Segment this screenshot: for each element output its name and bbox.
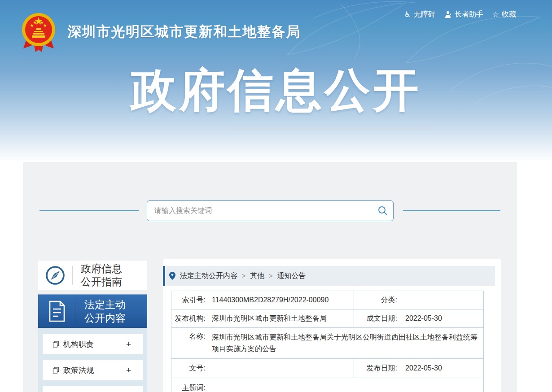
table-row-publisher: 发布机构: 深圳市光明区城市更新和土地整备局 成文日期: 2022-05-30 (171, 309, 483, 328)
site-brand: 深圳市光明区城市更新和土地整备局 (22, 12, 301, 54)
favorite-label: 收藏 (502, 10, 516, 19)
table-row-index: 索引号: 11440300MB2D28279H/2022-00090 分类: (171, 291, 483, 309)
favorite-link[interactable]: ☆ 收藏 (492, 10, 516, 19)
pages-icon (53, 341, 59, 348)
page-header: ♿ 无障碍 长者助手 ☆ 收藏 (0, 0, 552, 162)
search-right-divider (403, 210, 500, 211)
guide-label-line2: 公开指南 (81, 275, 122, 288)
written-date-value: 2022-05-30 (405, 314, 442, 322)
doc-title-label: 名称: (171, 328, 206, 358)
publish-date-label: 发布日期: (354, 364, 397, 373)
star-icon: ☆ (492, 11, 499, 18)
breadcrumb-separator: > (242, 272, 245, 279)
search-left-divider (39, 210, 139, 211)
breadcrumb: 法定主动公开内容 > 其他 > 通知公告 (163, 266, 495, 286)
publisher-label: 发布机构: (171, 314, 206, 323)
index-number-value: 11440300MB2D28279H/2022-00090 (212, 296, 329, 304)
sidebar-submenu: 机构职责 + 政策法规 + (38, 328, 147, 392)
pages-icon (53, 367, 59, 374)
elder-assist-link[interactable]: 长者助手 (444, 10, 483, 19)
location-pin-icon (169, 272, 175, 280)
breadcrumb-item-statutory[interactable]: 法定主动公开内容 (180, 271, 237, 281)
index-number-label: 索引号: (171, 296, 206, 305)
search-box (147, 200, 394, 221)
elder-assist-label: 长者助手 (455, 10, 483, 19)
written-date-label: 成文日期: (354, 314, 397, 323)
content-area: 政府信息 公开指南 法定主动 公开内容 (23, 162, 517, 392)
title-underline (228, 129, 431, 129)
document-icon (38, 300, 76, 322)
category-label: 分类: (354, 296, 397, 305)
search-input[interactable] (147, 201, 372, 221)
guide-label-line1: 政府信息 (81, 262, 122, 275)
accessibility-label: 无障碍 (414, 10, 435, 19)
table-row-title: 名称: 深圳市光明区城市更新和土地整备局关于光明区公明街道西田社区土地整备利益统… (171, 328, 483, 359)
accessibility-link[interactable]: ♿ 无障碍 (404, 10, 435, 19)
main-panel: 法定主动公开内容 > 其他 > 通知公告 索引号: 11440300MB2D28… (163, 259, 501, 392)
breadcrumb-item-notices[interactable]: 通知公告 (277, 271, 306, 281)
search-section (23, 200, 517, 221)
active-label-line2: 公开内容 (84, 311, 126, 325)
guide-divider (72, 266, 73, 285)
publish-date-value: 2022-05-30 (405, 364, 442, 372)
sidebar-item-guide[interactable]: 政府信息 公开指南 (38, 261, 147, 290)
page: ♿ 无障碍 长者助手 ☆ 收藏 (0, 0, 552, 392)
sidebar-item-partial[interactable] (43, 386, 143, 392)
site-name[interactable]: 深圳市光明区城市更新和土地整备局 (67, 12, 301, 41)
publisher-value: 深圳市光明区城市更新和土地整备局 (212, 314, 327, 323)
breadcrumb-separator: > (269, 272, 272, 279)
document-info-table: 索引号: 11440300MB2D28279H/2022-00090 分类: 发… (171, 291, 484, 392)
sidebar: 政府信息 公开指南 法定主动 公开内容 (38, 261, 147, 392)
sidebar-item-duties[interactable]: 机构职责 + (43, 334, 143, 354)
keywords-label: 主题词: (171, 378, 206, 392)
doc-number-label: 文号: (171, 364, 206, 373)
elder-assist-icon (444, 11, 452, 18)
active-label-line1: 法定主动 (84, 298, 126, 311)
utility-links: ♿ 无障碍 长者助手 ☆ 收藏 (404, 10, 517, 19)
sidebar-item-policies[interactable]: 政策法规 + (43, 360, 143, 380)
duties-expand-icon[interactable]: + (126, 340, 131, 349)
policies-expand-icon[interactable]: + (126, 366, 131, 375)
policies-label: 政策法规 (63, 365, 126, 375)
national-emblem-logo (22, 12, 56, 54)
doc-title-value: 深圳市光明区城市更新和土地整备局关于光明区公明街道西田社区土地整备利益统筹项目实… (212, 328, 483, 358)
table-row-keywords: 主题词: (171, 378, 483, 392)
page-title: 政府信息公开 (0, 60, 552, 122)
accessibility-icon: ♿ (404, 11, 411, 18)
compass-icon (38, 265, 72, 286)
breadcrumb-item-other[interactable]: 其他 (250, 271, 264, 281)
sidebar-item-statutory-disclosure[interactable]: 法定主动 公开内容 (38, 294, 147, 328)
active-divider (76, 300, 76, 322)
search-icon (377, 205, 388, 216)
table-row-doc-number: 文号: 发布日期: 2022-05-30 (171, 359, 483, 378)
search-button[interactable] (372, 201, 393, 221)
duties-label: 机构职责 (63, 339, 126, 349)
